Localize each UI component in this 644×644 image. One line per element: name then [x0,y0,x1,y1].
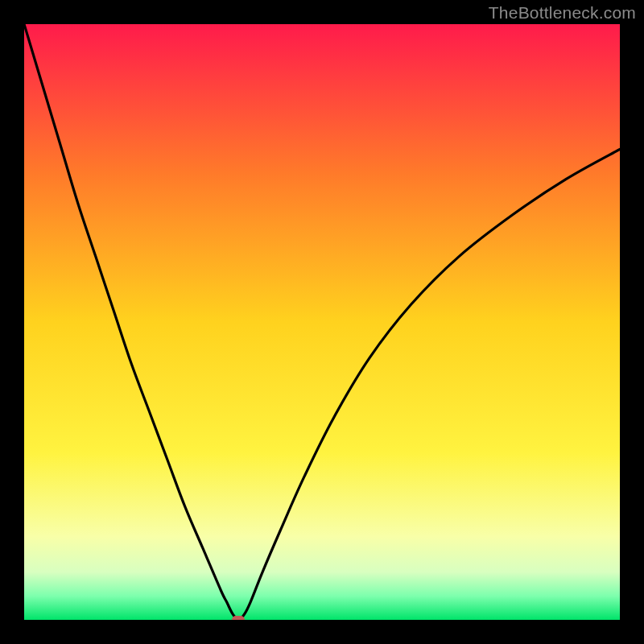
chart-frame: TheBottleneck.com [0,0,644,644]
watermark-text: TheBottleneck.com [489,3,636,23]
bottleneck-curve [24,24,620,620]
min-point-marker [232,616,245,620]
plot-area [24,24,620,620]
